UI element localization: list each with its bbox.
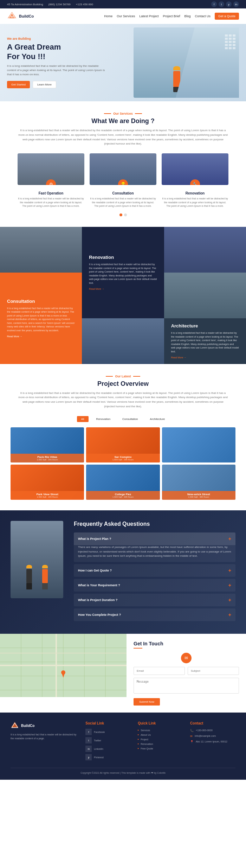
footer-pi-text: Pinterest <box>94 756 104 759</box>
faq-question-4[interactable]: How You Complete Project ? + <box>74 608 235 621</box>
youtube-icon[interactable]: y <box>226 1 232 7</box>
footer: BuildCo It is a long established fact th… <box>0 713 246 780</box>
footer-logo-text: BuildCo <box>21 724 34 728</box>
consultation-link[interactable]: Read More → <box>7 335 75 338</box>
project-card-0[interactable]: Pack Rio Villas 1,500 Sqft . 295 Room <box>11 427 84 462</box>
footer-contact-title: Contact <box>190 721 235 725</box>
project-overlay-4: College Flez 1,500 Sqft . 395 Room <box>86 491 160 500</box>
faq-toggle-1[interactable]: + <box>228 568 231 573</box>
faq-item-3: What is Project Duration ? + <box>74 594 235 606</box>
submit-button[interactable]: Submit Now <box>134 698 160 706</box>
service-card-0: ⚙ Fast Operation It is a long establishe… <box>18 153 84 208</box>
learn-more-button[interactable]: Learn More <box>33 81 56 88</box>
footer-link-about[interactable]: About Us <box>138 733 183 736</box>
faq-toggle-0[interactable]: + <box>228 536 231 542</box>
footer-address-item: 📍 Abc 12, Lorem Ipsum, 00012 <box>190 740 235 743</box>
project-card-4[interactable]: College Flez 1,500 Sqft . 395 Room <box>86 465 160 500</box>
nav-brief[interactable]: Project Brief <box>163 14 180 18</box>
get-in-touch-form: Get In Touch ✉ Submit Now <box>127 634 246 713</box>
footer-link-quote[interactable]: Free Quote <box>138 747 183 750</box>
services-section: Our Services What We are Doing ? It is a… <box>0 101 246 227</box>
footer-phone-item: 📞 +130-000-0000 <box>190 729 235 732</box>
map-area <box>0 634 127 697</box>
footer-grid: BuildCo It is a long established fact th… <box>11 721 235 762</box>
faq-question-0[interactable]: What is Project Plan ? + <box>74 532 235 545</box>
logo: BD BuildCo <box>7 11 34 21</box>
footer-contact-col: Contact 📞 +130-000-0000 ✉ info@example.c… <box>190 721 235 762</box>
faq-answer-0: There are many variations of passages of… <box>74 545 235 562</box>
nav-home[interactable]: Home <box>104 14 112 18</box>
facebook-footer-icon[interactable]: f <box>85 729 92 735</box>
logo-text: BuildCo <box>19 14 34 18</box>
faq-question-1[interactable]: How I can Get Quote ? + <box>74 564 235 577</box>
get-quote-button[interactable]: Get a Quote <box>215 13 239 20</box>
email-input[interactable] <box>134 667 185 675</box>
nav-latest[interactable]: Latest Project <box>139 14 158 18</box>
feature-panel-arch-img <box>82 318 164 364</box>
renovation-link[interactable]: Read More → <box>89 288 157 290</box>
dot-1[interactable] <box>119 213 122 216</box>
services-tag: Our Services <box>11 112 235 115</box>
filter-renovation[interactable]: Renovation <box>92 416 115 422</box>
pinterest-footer-icon[interactable]: p <box>85 754 92 760</box>
dot-2[interactable] <box>124 213 127 216</box>
subject-input[interactable] <box>188 667 239 675</box>
projects-grid: Pack Rio Villas 1,500 Sqft . 295 Room Sa… <box>11 427 235 500</box>
project-name-5: New-wrick Street <box>165 493 233 496</box>
footer-about-col: BuildCo It is a long established fact th… <box>11 721 78 762</box>
footer-link-renovation[interactable]: Renovation <box>138 742 183 745</box>
footer-social-fb: f Facebook <box>85 729 131 735</box>
faq-question-text-4: How You Complete Project ? <box>78 613 121 617</box>
project-card-5[interactable]: New-wrick Street 1,500 Sqft . 395 Room <box>162 465 235 500</box>
filter-consultation[interactable]: Consultation <box>118 416 142 422</box>
project-meta-0: 1,500 Sqft . 295 Room <box>13 459 81 461</box>
nav-contact[interactable]: Contact Us <box>195 14 211 18</box>
faq-worker-2 <box>39 565 51 596</box>
faq-toggle-4[interactable]: + <box>228 612 231 618</box>
hero-title: A Great DreamFor You !!! <box>7 43 105 61</box>
faq-image-area <box>11 521 67 598</box>
project-overlay-0: Pack Rio Villas 1,500 Sqft . 295 Room <box>11 454 84 462</box>
footer-social-pi: p Pinterest <box>85 754 131 760</box>
linkedin-footer-icon[interactable]: in <box>85 746 92 752</box>
renovation-desc: It is a long established fact that a rea… <box>89 263 157 285</box>
faq-toggle-3[interactable]: + <box>228 597 231 603</box>
nav-services[interactable]: Our Services <box>117 14 135 18</box>
architecture-link[interactable]: Read More → <box>171 356 239 359</box>
filter-architecture[interactable]: Architecture <box>146 416 169 422</box>
project-meta-5: 1,500 Sqft . 395 Room <box>165 496 233 498</box>
filter-all[interactable]: All <box>77 416 89 422</box>
faq-title: Frequently Asked Questions <box>74 521 235 527</box>
footer-address-text: Abc 12, Lorem Ipsum, 00012 <box>196 740 227 743</box>
faq-question-text-0: What is Project Plan ? <box>78 537 111 541</box>
footer-link-services[interactable]: Services <box>138 729 183 732</box>
service-card-1: 👷 Consultation It is a long established … <box>90 153 156 208</box>
faq-content: Frequently Asked Questions What is Proje… <box>74 521 235 623</box>
linkedin-icon[interactable]: in <box>233 1 239 7</box>
feature-panel-workers <box>164 273 246 318</box>
facebook-icon[interactable]: f <box>211 1 217 7</box>
feature-panels: Renovation It is a long established fact… <box>0 227 246 364</box>
project-card-3[interactable]: Park View Street 1,500 Sqft . 295 Room <box>11 465 84 500</box>
consultation-title: Consultation <box>7 299 75 304</box>
faq-question-2[interactable]: What is Your Requirement ? + <box>74 579 235 592</box>
logo-icon: BD <box>7 11 17 21</box>
project-card-1[interactable]: Sar Complex 1,500 Sqft . 295 Room <box>86 427 160 462</box>
project-card-2[interactable] <box>162 427 235 462</box>
nav-blog[interactable]: Blog <box>184 14 190 18</box>
footer-logo-icon <box>11 721 19 730</box>
service-image-0: ⚙ <box>18 153 84 185</box>
footer-bottom: Copyright ©2022 All rights reserved | Th… <box>11 768 235 774</box>
main-nav: Home Our Services Latest Project Project… <box>104 13 239 20</box>
twitter-icon[interactable]: t <box>219 1 224 7</box>
get-started-button[interactable]: Get Started <box>7 81 30 88</box>
footer-link-project[interactable]: Project <box>138 738 183 741</box>
faq-question-3[interactable]: What is Project Duration ? + <box>74 594 235 606</box>
twitter-footer-icon[interactable]: t <box>85 737 92 743</box>
address-text: 45 Ta Administration Building <box>7 3 43 6</box>
header: BD BuildCo Home Our Services Latest Proj… <box>0 8 246 24</box>
message-textarea[interactable] <box>134 678 239 694</box>
footer-quick-col: Quick Link Services About Us Project Ren… <box>138 721 183 762</box>
faq-toggle-2[interactable]: + <box>228 582 231 588</box>
architecture-desc: It is a long established fact that a rea… <box>171 331 239 353</box>
